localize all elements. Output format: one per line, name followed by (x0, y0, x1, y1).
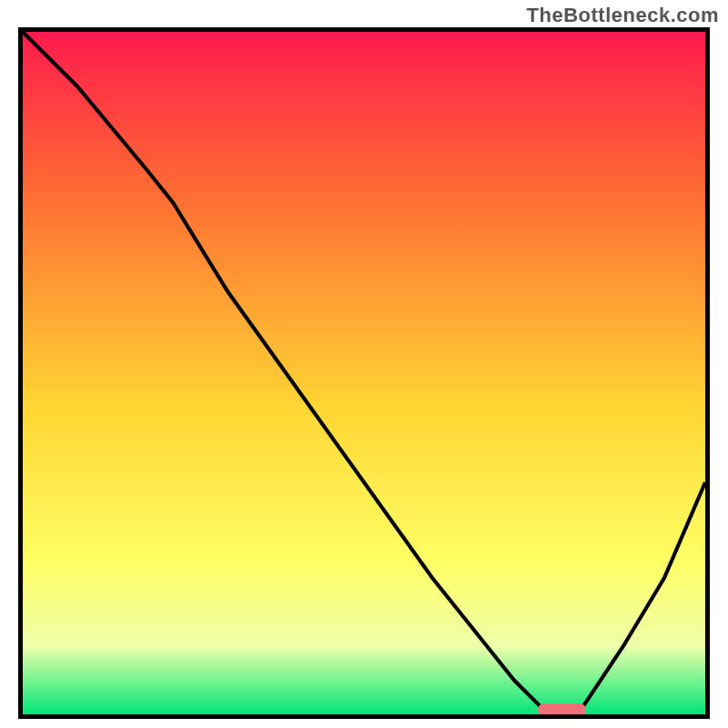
optimum-marker (538, 703, 586, 716)
chart-container: TheBottleneck.com (0, 0, 728, 728)
plot-frame (18, 27, 710, 719)
watermark-text: TheBottleneck.com (527, 4, 719, 27)
plot-area (23, 32, 705, 714)
bottleneck-curve (23, 32, 705, 714)
curve-layer (23, 32, 705, 714)
